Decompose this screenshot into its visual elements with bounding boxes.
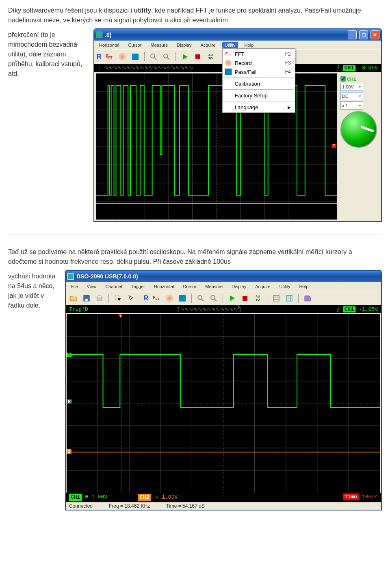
menu-channel[interactable]: Channel [103,283,124,290]
trigger-value: -3.05V [359,65,378,71]
toolbar-separator [191,294,192,303]
menu-utility[interactable]: Utility FFT FFT F2 Record F3 Pass/Fail [222,42,238,48]
menu-horizontal[interactable]: Horizontal [97,42,122,48]
edge-icon: ⨍ [337,65,340,71]
tool-hcur[interactable] [271,293,282,304]
menu-horizontal[interactable]: Horizontal [152,283,177,290]
menu-acquire[interactable]: Acquire [198,42,218,48]
toolbar-separator [267,294,267,303]
menu-item-passfail[interactable]: Pass/Fail F4 [223,67,295,76]
menu-file[interactable]: File [68,283,80,290]
menu-help[interactable]: Help [297,283,311,290]
dropdown-separator [223,78,294,78]
menu-item-fft[interactable]: FFT FFT F2 [223,50,295,58]
menu-view[interactable]: View [84,283,99,290]
submenu-arrow-icon: ▶ [288,105,291,110]
tool-help[interactable] [302,293,313,304]
tool-fft[interactable]: FFT [151,293,162,304]
utility-dropdown: FFT FFT F2 Record F3 Pass/Fail F4 [222,48,295,113]
dd-cal-label: Calibration [235,81,260,87]
tool-zoom1[interactable] [195,293,206,304]
tool-zoom2[interactable] [208,293,219,304]
coupling-select[interactable]: DC▼ [340,92,363,100]
waveform-display[interactable]: T [96,73,337,220]
palette-icon [225,60,232,66]
ch1-marker: 1 [67,353,72,357]
tool-passfail[interactable] [130,52,141,62]
status-ch2: CH2 [138,494,151,501]
tool-cursor[interactable] [126,293,136,304]
menu-cursor[interactable]: Cursor [126,42,144,48]
tool-save[interactable] [81,293,92,304]
tool-zoom2[interactable] [161,52,172,62]
menu-help[interactable]: Help [242,42,256,48]
tool-stop[interactable] [193,52,203,62]
svg-point-29 [211,295,215,299]
tool-zoom1[interactable] [148,52,159,62]
tool-run[interactable] [227,293,237,304]
dd-fft-key: F2 [285,51,291,57]
zoom-icon [210,294,218,302]
title-bar[interactable]: .0) _ ▢ ✕ [94,29,381,41]
vertical-position-knob[interactable] [340,111,377,148]
ch1-label: CH1 [347,77,356,82]
menu-display[interactable]: Display [229,283,249,290]
zoom-icon [150,53,158,61]
menu-item-record[interactable]: Record F3 [223,58,295,67]
menu-item-language[interactable]: Language▶ [223,103,295,112]
app-window-utility-menu: .0) _ ▢ ✕ Horizontal Cursor Measure Disp… [93,28,382,222]
title-bar[interactable]: DSO-2090 USB(7.0.0.0) [66,271,381,282]
passfail-icon [132,54,139,60]
menu-acquire[interactable]: Acquire [253,283,273,290]
mult-select[interactable]: x 1▼ [340,101,363,110]
tool-palette[interactable] [164,293,175,304]
ch2-vdiv: ∿ 1.00V [154,494,178,501]
trigger-marker: T [332,144,336,148]
ch1-check[interactable] [340,76,346,82]
menu-item-calibration[interactable]: Calibration [223,79,295,88]
toolbar-separator [108,294,109,303]
menu-utility[interactable]: Utility [277,283,293,290]
close-button[interactable]: ✕ [370,30,379,39]
menu-trigger[interactable]: Trigger [128,283,147,290]
dd-pf-label: Pass/Fail [235,69,256,75]
section-divider [8,234,382,235]
tool-run[interactable] [180,52,190,62]
svg-rect-32 [243,296,247,301]
menu-item-factory[interactable]: Factory Setup [223,91,295,100]
vdiv-select[interactable]: 1.00V▼ [340,83,363,91]
coupling-value: DC [342,94,349,99]
passfail-icon [225,69,232,75]
tool-fft[interactable]: FFT [104,52,115,62]
r-label: R [97,53,102,60]
status-bar: Connected Freq = 18.462 KHz Time = 54.16… [66,502,381,510]
menu-cursor[interactable]: Cursor [180,283,199,290]
menu-measure[interactable]: Measure [203,283,225,290]
svg-rect-33 [273,295,279,301]
tool-palette[interactable] [117,52,128,62]
ch1-checkbox[interactable]: CH1 [340,76,378,82]
trigger-value: -1.05V [359,306,378,312]
mult-value: x 1 [342,103,348,108]
dd-record-label: Record [235,60,252,66]
tool-open[interactable] [68,293,79,304]
svg-marker-31 [230,295,235,301]
tool-passfail[interactable] [177,293,188,304]
minimize-button[interactable]: _ [348,30,357,39]
tool-print[interactable] [94,293,105,304]
vcursor-icon [285,294,293,302]
folder-icon [69,294,78,302]
menu-display[interactable]: Display [174,42,194,48]
fft-icon: FFT [106,54,112,60]
tool-cursor-box[interactable] [113,293,123,304]
maximize-button[interactable]: ▢ [359,30,368,39]
tool-stop[interactable] [240,293,250,304]
svg-line-1 [154,58,156,60]
svg-marker-4 [183,54,188,60]
tool-auto[interactable]: AU TO [206,52,216,62]
waveform-display[interactable]: T 1 R 2 [67,314,380,493]
tool-vcur[interactable] [284,293,295,304]
tool-auto[interactable]: AU TO [253,293,263,304]
menu-measure[interactable]: Measure [148,42,171,48]
dd-fft-label: FFT [235,51,245,57]
